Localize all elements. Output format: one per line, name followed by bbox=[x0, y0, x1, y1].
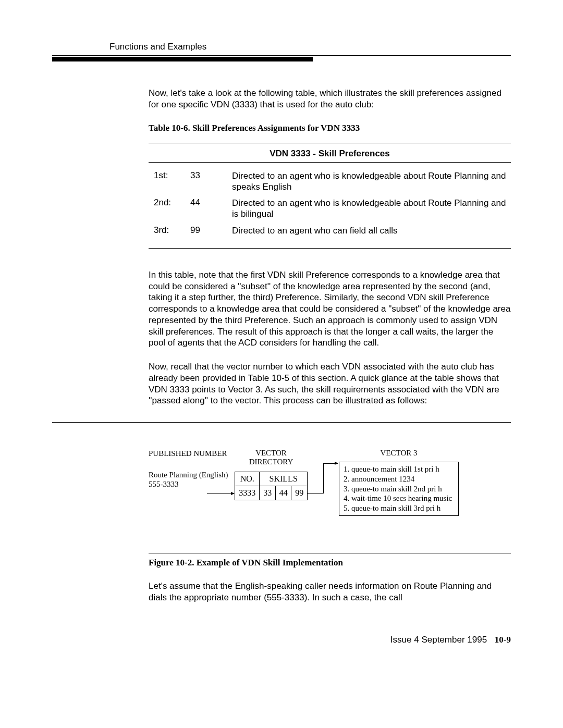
skill-cell: 99 bbox=[190, 225, 232, 236]
vector-directory-heading: VECTOR DIRECTORY bbox=[235, 449, 308, 466]
published-number-block: PUBLISHED NUMBER Route Planning (English… bbox=[149, 449, 232, 489]
pref-cell: 1st: bbox=[154, 170, 190, 181]
skill-cell: 33 bbox=[190, 170, 232, 181]
paragraph-2: In this table, note that the first VDN s… bbox=[149, 269, 511, 349]
vector-directory-block: VECTOR DIRECTORY NO. SKILLS 3333 33 44 9… bbox=[235, 449, 308, 500]
published-number-heading: PUBLISHED NUMBER bbox=[149, 449, 232, 459]
table-rule-bottom bbox=[149, 248, 511, 249]
desc-cell: Directed to an agent who is knowledgeabl… bbox=[232, 170, 511, 193]
table-title: VDN 3333 - Skill Preferences bbox=[149, 149, 511, 159]
table-rule-mid bbox=[149, 162, 511, 163]
vd-no-cell: 3333 bbox=[235, 486, 260, 500]
figure-rule-top bbox=[52, 422, 511, 423]
desc-cell: Directed to an agent who is knowledgeabl… bbox=[232, 198, 511, 220]
table-rule-top bbox=[149, 143, 511, 143]
vd-skills-header: SKILLS bbox=[260, 472, 308, 486]
vector-step: 3. queue-to main skill 2nd pri h bbox=[344, 484, 454, 494]
figure-diagram: PUBLISHED NUMBER Route Planning (English… bbox=[149, 449, 511, 532]
arrow-icon bbox=[323, 463, 338, 464]
page: Functions and Examples Now, let's take a… bbox=[0, 0, 563, 676]
vector-3-steps: 1. queue-to main skill 1st pri h 2. anno… bbox=[339, 462, 459, 516]
desc-cell: Directed to an agent who can field all c… bbox=[232, 225, 511, 236]
page-number: 10-9 bbox=[495, 635, 511, 645]
connector-line bbox=[308, 493, 323, 494]
vector-step: 5. queue-to main skill 3rd pri h bbox=[344, 503, 454, 513]
vector-step: 4. wait-time 10 secs hearing music bbox=[344, 493, 454, 503]
intro-paragraph: Now, let's take a look at the following … bbox=[149, 88, 511, 110]
vd-skill-cell: 99 bbox=[291, 486, 308, 500]
paragraph-4: Let's assume that the English-speaking c… bbox=[149, 581, 511, 603]
vector-step: 1. queue-to main skill 1st pri h bbox=[344, 464, 454, 474]
vd-skill-cell: 33 bbox=[260, 486, 276, 500]
running-header: Functions and Examples bbox=[109, 42, 511, 52]
vector-step: 2. announcement 1234 bbox=[344, 474, 454, 484]
paragraph-3: Now, recall that the vector number to wh… bbox=[149, 361, 511, 406]
issue-date: Issue 4 September 1995 bbox=[390, 635, 487, 645]
published-number-value: Route Planning (English) 555-3333 bbox=[149, 470, 232, 489]
vd-no-header: NO. bbox=[235, 472, 260, 486]
table-row: 2nd: 44 Directed to an agent who is know… bbox=[154, 195, 511, 223]
vector-3-heading: VECTOR 3 bbox=[339, 449, 459, 458]
vector-directory-table: NO. SKILLS 3333 33 44 99 bbox=[235, 472, 308, 500]
table-caption: Table 10-6. Skill Preferences Assignment… bbox=[149, 123, 511, 133]
vector-3-block: VECTOR 3 1. queue-to main skill 1st pri … bbox=[339, 449, 459, 516]
pref-cell: 3rd: bbox=[154, 225, 190, 236]
skill-table: 1st: 33 Directed to an agent who is know… bbox=[154, 168, 511, 239]
arrow-icon bbox=[207, 493, 234, 494]
vd-skill-cell: 44 bbox=[275, 486, 291, 500]
page-footer: Issue 4 September 1995 10-9 bbox=[52, 635, 511, 645]
pref-cell: 2nd: bbox=[154, 198, 190, 208]
figure-caption: Figure 10-2. Example of VDN Skill Implem… bbox=[149, 558, 511, 568]
figure-rule-bottom bbox=[149, 553, 511, 553]
table-row: 1st: 33 Directed to an agent who is know… bbox=[154, 168, 511, 195]
connector-line bbox=[323, 463, 324, 493]
skill-cell: 44 bbox=[190, 198, 232, 208]
table-row: 3rd: 99 Directed to an agent who can fie… bbox=[154, 223, 511, 239]
header-rule bbox=[52, 55, 511, 61]
